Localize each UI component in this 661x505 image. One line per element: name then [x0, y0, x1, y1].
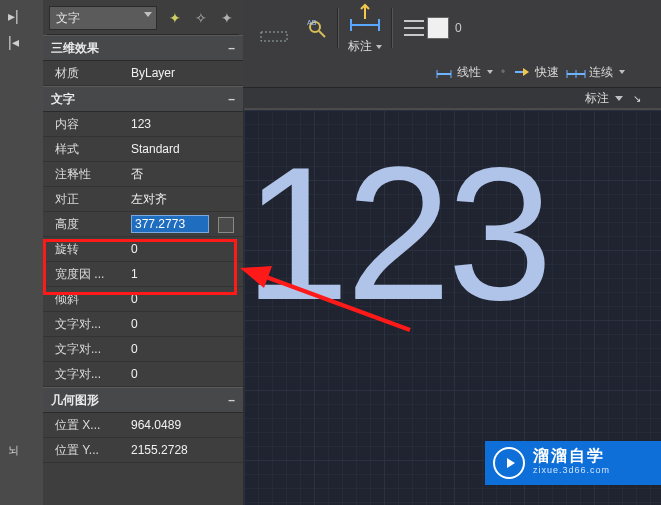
color-index: 0	[455, 21, 462, 35]
watermark-badge: 溜溜自学 zixue.3d66.com	[485, 441, 661, 485]
chevron-down-icon	[144, 12, 152, 17]
prop-row-rotation[interactable]: 旋转 0	[43, 237, 243, 262]
section-title: 三维效果	[51, 40, 99, 57]
prop-row-justify[interactable]: 对正 左对齐	[43, 187, 243, 212]
prop-row-width-factor[interactable]: 宽度因 ... 1	[43, 262, 243, 287]
dock-left-icon[interactable]: |◂	[8, 34, 19, 50]
dialog-launcher-icon[interactable]: ↘	[633, 93, 641, 104]
watermark-title: 溜溜自学	[533, 449, 610, 463]
chevron-down-icon	[619, 70, 625, 74]
section-header-text[interactable]: 文字 –	[43, 86, 243, 112]
linetype-dropdown[interactable]: 线性	[435, 64, 493, 81]
prop-row-height[interactable]: 高度	[43, 212, 243, 237]
section-title: 几何图形	[51, 392, 99, 409]
prop-row-pos-y[interactable]: 位置 Y... 2155.2728	[43, 438, 243, 463]
add-selection-icon[interactable]: ✦	[165, 8, 185, 28]
continue-dim-dropdown[interactable]: 连续	[567, 64, 625, 81]
svg-line-2	[319, 31, 325, 37]
dimension-icon	[347, 5, 383, 31]
quick-select-icon[interactable]: ✧	[191, 8, 211, 28]
section-header-3d-effects[interactable]: 三维效果 –	[43, 35, 243, 61]
combo-label: 文字	[56, 10, 80, 27]
ribbon-panel: AB 标注	[243, 0, 661, 108]
chevron-down-icon	[487, 70, 493, 74]
find-text-icon[interactable]: AB	[307, 19, 329, 37]
prop-row-annotative[interactable]: 注释性 否	[43, 162, 243, 187]
prop-row-oblique[interactable]: 倾斜 0	[43, 287, 243, 312]
object-type-combo[interactable]: 文字	[49, 6, 157, 30]
prop-row-material[interactable]: 材质 ByLayer	[43, 61, 243, 86]
color-swatch[interactable]	[427, 17, 449, 39]
panel-handle-icon[interactable]: 뇌	[8, 445, 18, 456]
select-objects-icon[interactable]: ✦	[217, 8, 237, 28]
dimension-label: 标注	[348, 38, 372, 55]
cad-text-object[interactable]: 123	[244, 138, 549, 328]
prop-row-text-align-3[interactable]: 文字对... 0	[43, 362, 243, 387]
play-icon	[493, 447, 525, 479]
text-tool-icon[interactable]	[257, 8, 307, 48]
prop-row-pos-x[interactable]: 位置 X... 964.0489	[43, 413, 243, 438]
svg-text:AB: AB	[307, 19, 317, 26]
section-title: 文字	[51, 91, 75, 108]
dock-right-icon[interactable]: ▸|	[8, 8, 19, 24]
calculator-icon[interactable]	[218, 217, 234, 233]
chevron-down-icon[interactable]	[615, 96, 623, 101]
chevron-down-icon	[376, 45, 382, 49]
collapse-icon: –	[228, 92, 235, 106]
collapse-icon: –	[228, 41, 235, 55]
prop-row-text-align-1[interactable]: 文字对... 0	[43, 312, 243, 337]
prop-row-style[interactable]: 样式 Standard	[43, 137, 243, 162]
drawing-viewport[interactable]: 123 溜溜自学 zixue.3d66.com	[244, 110, 661, 505]
prop-row-text-align-2[interactable]: 文字对... 0	[43, 337, 243, 362]
quick-dim-button[interactable]: 快速	[513, 64, 559, 81]
svg-marker-15	[523, 68, 529, 76]
properties-panel: 文字 ✦ ✧ ✦ 三维效果 – 材质 ByLayer 文字 – 内容 123	[43, 0, 244, 505]
dimension-dropdown[interactable]: 标注	[347, 0, 383, 55]
collapse-icon: –	[228, 393, 235, 407]
height-input[interactable]	[131, 215, 209, 233]
layer-list-icon[interactable]	[401, 17, 427, 39]
section-header-geometry[interactable]: 几何图形 –	[43, 387, 243, 413]
prop-row-content[interactable]: 内容 123	[43, 112, 243, 137]
svg-rect-0	[261, 32, 287, 41]
ribbon-footer-label: 标注	[585, 90, 609, 107]
watermark-url: zixue.3d66.com	[533, 463, 610, 477]
